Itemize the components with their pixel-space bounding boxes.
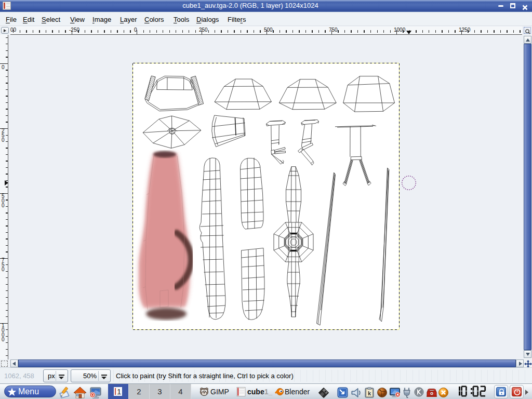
svg-text:k: k — [368, 390, 371, 396]
